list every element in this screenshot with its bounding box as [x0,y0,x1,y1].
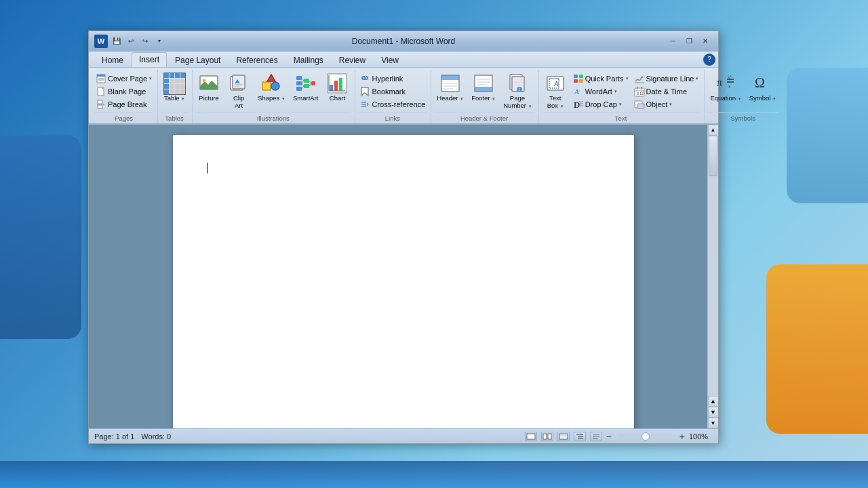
signature-line-button[interactable]: Signature Line ▾ [633,73,701,85]
bg-decoration-orange [766,264,868,434]
zoom-in-scroll[interactable]: ▲ [708,396,719,407]
equation-button[interactable]: π x² y Equation ▾ [707,71,743,103]
smartart-label: SmartArt [293,94,318,102]
bookmark-icon [359,86,370,97]
scroll-up-btn[interactable]: ▲ [708,125,719,136]
tab-references[interactable]: References [229,52,285,67]
symbol-icon: Ω [751,73,773,94]
view-full-reading[interactable] [541,432,553,441]
quick-parts-button[interactable]: Quick Parts ▾ [572,73,630,85]
hyperlink-button[interactable]: Hyperlink [358,73,427,85]
shapes-button[interactable]: Shapes ▾ [255,71,288,103]
chart-button[interactable]: Chart [323,71,351,103]
title-bar-left: W 💾 ↩ ↪ ▾ [94,35,165,48]
view-outline[interactable] [574,432,586,441]
close-button[interactable]: ✕ [698,35,713,47]
svg-rect-18 [296,76,302,80]
tab-page-layout[interactable]: Page Layout [167,52,228,67]
wordart-button[interactable]: A WordArt ▾ [572,85,630,98]
date-time-label: Date & Time [646,87,688,96]
bookmark-button[interactable]: Bookmark [358,85,427,98]
svg-rect-8 [98,105,102,108]
header-button[interactable]: Header ▾ [434,71,466,103]
scroll-down-btn[interactable]: ▼ [708,418,719,428]
document-page[interactable] [173,135,634,428]
quick-parts-label: Quick Parts [585,75,624,83]
svg-line-26 [302,83,304,86]
help-button[interactable]: ? [703,54,715,66]
svg-text:A: A [574,87,579,96]
svg-line-29 [309,83,311,86]
redo-quick-btn[interactable]: ↪ [139,35,151,47]
svg-rect-19 [296,81,302,85]
cross-reference-button[interactable]: Cross-reference [358,98,427,110]
cover-page-arrow: ▾ [149,76,152,81]
zoom-plus-btn[interactable]: + [679,432,685,441]
ribbon-group-tables: Table ▾ Tables [158,70,193,123]
svg-rect-86 [559,434,568,439]
wordart-label: WordArt [585,87,612,96]
page-break-button[interactable]: Page Break [94,98,153,110]
hyperlink-icon [359,73,370,84]
quick-access-toolbar: 💾 ↩ ↪ ▾ [111,35,165,47]
svg-rect-61 [579,75,583,78]
wordart-icon: A [573,86,584,97]
symbols-group-content: π x² y Equation ▾ Ω [707,71,778,111]
scroll-track[interactable] [708,136,718,396]
ribbon-group-links: Hyperlink Bookmark [355,70,431,123]
blank-page-button[interactable]: Blank Page [94,85,153,98]
picture-button[interactable]: Picture [195,71,222,103]
pages-group-content: Cover Page ▾ Blank Page [94,71,153,111]
drop-cap-button[interactable]: D Drop Cap ▾ [572,98,630,110]
status-bar: Page: 1 of 1 Words: 0 − + 100% [89,428,718,443]
tab-mailings[interactable]: Mailings [286,52,331,67]
blank-page-label: Blank Page [108,87,146,96]
zoom-slider[interactable] [618,434,673,439]
zoom-minus-btn[interactable]: − [606,432,612,441]
object-label: Object [646,100,668,108]
equation-icon: π x² y [715,73,736,94]
undo-quick-btn[interactable]: ↩ [125,35,137,47]
table-icon [163,73,185,94]
customize-quick-btn[interactable]: ▾ [153,35,165,47]
cover-page-button[interactable]: Cover Page ▾ [94,73,153,85]
view-web-layout[interactable] [557,432,570,441]
zoom-level: 100% [689,432,713,441]
clip-art-button[interactable]: ClipArt [225,71,252,111]
footer-button[interactable]: Footer ▾ [469,71,498,103]
save-quick-btn[interactable]: 💾 [111,35,123,47]
header-label: Header ▾ [437,94,463,102]
zoom-out-scroll[interactable]: ▼ [708,407,719,418]
view-draft[interactable] [590,432,602,441]
cross-reference-label: Cross-reference [372,100,425,108]
tab-review[interactable]: Review [332,52,373,67]
svg-rect-42 [441,75,459,80]
tab-view[interactable]: View [374,52,406,67]
svg-rect-22 [304,84,309,88]
symbol-button[interactable]: Ω Symbol ▾ [747,71,778,103]
text-box-button[interactable]: A TextBox ▾ [542,71,569,111]
view-print-layout[interactable] [525,432,537,441]
svg-rect-13 [235,84,243,85]
chart-label: Chart [330,94,345,102]
date-time-button[interactable]: 8 12 Date & Time [633,85,701,98]
minimize-button[interactable]: ─ [665,35,680,47]
svg-marker-17 [267,75,275,81]
tab-home[interactable]: Home [94,52,131,67]
page-number-button[interactable]: 1 PageNumber ▾ [500,71,534,111]
tab-insert[interactable]: Insert [132,52,167,67]
table-button[interactable]: Table ▾ [161,71,188,103]
shapes-label: Shapes ▾ [258,94,285,102]
restore-button[interactable]: ❐ [682,35,696,47]
text-col-third: Signature Line ▾ 8 12 [633,71,701,110]
scrollbar-vertical[interactable]: ▲ ▲ ▼ ▼ [707,125,718,428]
svg-rect-20 [296,87,302,91]
object-button[interactable]: Object ▾ [633,98,701,110]
smartart-button[interactable]: SmartArt [290,71,321,103]
svg-point-10 [203,79,206,83]
text-group-label: Text [542,113,701,122]
scroll-thumb[interactable] [709,136,717,176]
svg-text:1: 1 [519,87,521,92]
footer-icon [473,73,494,94]
zoom-thumb[interactable] [642,432,650,441]
